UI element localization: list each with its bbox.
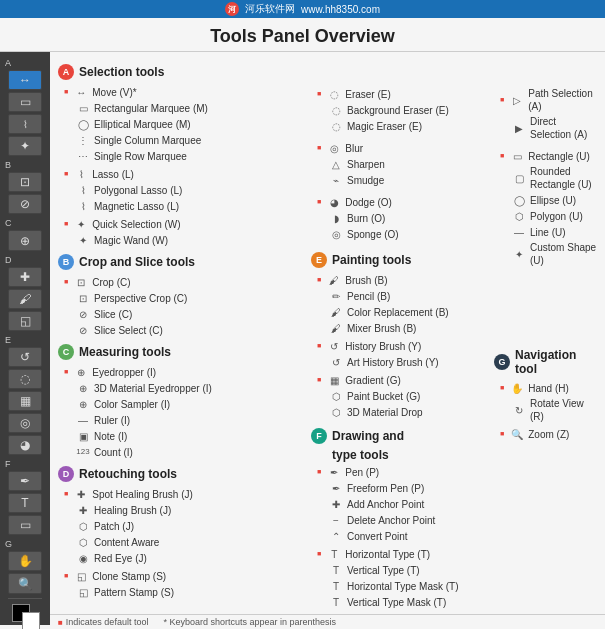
tool-crop: ⊡ Crop (C) [58,274,303,290]
tool-line-label: Line (U) [530,226,566,239]
move-tool-icon: ↔ [74,85,88,99]
tool-pencil: ✏ Pencil (B) [311,288,486,304]
tool-v-type-label: Vertical Type (T) [347,564,420,577]
toolbar-btn-stamp[interactable]: ◱ [8,311,42,331]
eraser-icon: ◌ [20,372,30,386]
toolbar-btn-brush[interactable]: 🖌 [8,289,42,309]
section-f-title: Drawing and [332,429,404,443]
toolbar-btn-hand[interactable]: ✋ [8,551,42,571]
rotate-view-icon: ↻ [512,403,526,417]
toolbar-btn-history[interactable]: ↺ [8,347,42,367]
ruler-icon: — [76,413,90,427]
tool-sharpen-label: Sharpen [347,158,385,171]
tool-magic-eraser-label: Magic Eraser (E) [347,120,422,133]
tool-eyedrop-label: Eyedropper (I) [92,366,156,379]
tool-lasso-label: Lasso (L) [92,168,134,181]
toolbar-btn-slice[interactable]: ⊘ [8,194,42,214]
tool-slice-label: Slice (C) [94,308,132,321]
tool-del-anchor-label: Delete Anchor Point [347,514,435,527]
tool-zoom-label: Zoom (Z) [528,428,569,441]
footer-legend1-text: Indicates default tool [66,617,149,627]
spot-heal-icon: ✚ [74,487,88,501]
toolbar-btn-eraser[interactable]: ◌ [8,369,42,389]
tool-poly-lasso-label: Polygonal Lasso (L) [94,184,182,197]
move-icon: ↔ [19,73,31,87]
toolbar-btn-blur[interactable]: ◎ [8,413,42,433]
color-swatch[interactable] [8,602,42,625]
background-color[interactable] [22,612,40,629]
eraser-tool-icon: ◌ [327,87,341,101]
toolbar-btn-lasso[interactable]: ⌇ [8,114,42,134]
single-row-icon: ⋯ [76,149,90,163]
tool-history-brush: ↺ History Brush (Y) [311,338,486,354]
burn-icon: ◗ [329,211,343,225]
tool-custom-shape: ✦ Custom Shape (U) [494,240,597,268]
zoom-tool-icon: 🔍 [510,427,524,441]
tool-sponge-label: Sponge (O) [347,228,399,241]
tool-v-type-mask-label: Vertical Type Mask (T) [347,596,446,609]
tool-heal-label: Healing Brush (J) [94,504,171,517]
zoom-icon: 🔍 [18,577,33,591]
tool-bg-eraser: ◌ Background Eraser (E) [311,102,486,118]
pen-icon: ✒ [20,474,30,488]
toolbar-btn-dodge[interactable]: ◕ [8,435,42,455]
tool-rect: ▭ Rectangle (U) [494,148,597,164]
poly-lasso-icon: ⌇ [76,183,90,197]
col-middle: ◌ Eraser (E) ◌ Background Eraser (E) ◌ M… [311,58,486,610]
tool-pencil-label: Pencil (B) [347,290,390,303]
tool-art-history-label: Art History Brush (Y) [347,356,439,369]
toolbar-btn-gradient[interactable]: ▦ [8,391,42,411]
toolbar-label-a: A [0,58,50,68]
smudge-icon: ⌁ [329,173,343,187]
toolbar-btn-healing[interactable]: ✚ [8,267,42,287]
tool-gradient-label: Gradient (G) [345,374,401,387]
toolbar-btn-shape[interactable]: ▭ [8,515,42,535]
stamp-icon: ◱ [20,314,31,328]
footer-legend1: ■ Indicates default tool [58,617,148,627]
section-b-letter: B [58,254,74,270]
tool-v-type-mask: T Vertical Type Mask (T) [311,594,486,610]
toolbar-btn-wand[interactable]: ✦ [8,136,42,156]
tool-color-replace-label: Color Replacement (B) [347,306,449,319]
tool-brush: 🖌 Brush (B) [311,272,486,288]
tool-v-type: T Vertical Type (T) [311,562,486,578]
site-url: www.hh8350.com [301,4,380,15]
toolbar-btn-crop[interactable]: ⊡ [8,172,42,192]
3d-material-drop-icon: ⬡ [329,405,343,419]
section-c-title: Measuring tools [79,345,171,359]
tool-zoom: 🔍 Zoom (Z) [494,426,597,442]
toolbar-label-c: C [0,218,50,228]
section-b-header: B Crop and Slice tools [58,254,303,270]
tool-persp-crop: ⊡ Perspective Crop (C) [58,290,303,306]
gradient-icon: ▦ [20,394,31,408]
top-banner: 河 河乐软件网 www.hh8350.com [0,0,605,18]
footer-legend2-text: * Keyboard shortcuts appear in parenthes… [163,617,336,627]
freeform-pen-icon: ✒ [329,481,343,495]
toolbar-btn-zoom[interactable]: 🔍 [8,573,42,593]
tool-patch: ⬡ Patch (J) [58,518,303,534]
toolbar-btn-marquee[interactable]: ▭ [8,92,42,112]
tool-freeform-pen-label: Freeform Pen (P) [347,482,424,495]
section-d-header: D Retouching tools [58,466,303,482]
tool-quick-sel-label: Quick Selection (W) [92,218,180,231]
tool-rect-marquee: ▭ Rectangular Marquee (M) [58,100,303,116]
tool-mixer-brush-label: Mixer Brush (B) [347,322,416,335]
tool-add-anchor: ✚ Add Anchor Point [311,496,486,512]
section-f-header: F Drawing and [311,428,486,444]
toolbar-btn-type[interactable]: T [8,493,42,513]
tool-pen: ✒ Pen (P) [311,464,486,480]
toolbar-btn-pen[interactable]: ✒ [8,471,42,491]
toolbar-btn-move[interactable]: ↔ [8,70,42,90]
type-icon: T [21,496,28,510]
tool-convert-pt: ⌃ Convert Point [311,528,486,544]
pen-tool-icon: ✒ [327,465,341,479]
tool-magic-wand: ✦ Magic Wand (W) [58,232,303,248]
footer-dot1: ■ [58,618,63,627]
toolbar-btn-eyedropper[interactable]: ⊕ [8,230,42,250]
tool-h-type-mask: T Horizontal Type Mask (T) [311,578,486,594]
col-right: ▷ Path Selection (A) ▶ Direct Selection … [494,58,597,610]
tool-ellipse: ◯ Ellipse (U) [494,192,597,208]
tool-dodge-label: Dodge (O) [345,196,392,209]
tool-heal: ✚ Healing Brush (J) [58,502,303,518]
brush-tool-icon: 🖌 [327,273,341,287]
